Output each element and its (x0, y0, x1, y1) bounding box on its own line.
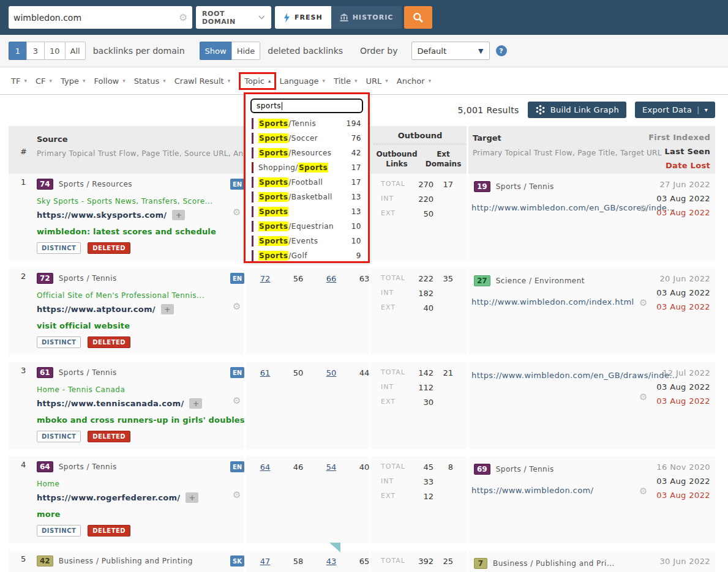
filter-anchor[interactable]: Anchor▾ (397, 76, 431, 86)
topic-count: 10 (351, 237, 361, 245)
last-seen-date: 03 Aug 2022 (656, 191, 710, 206)
source-page-title-link[interactable]: Official Site of Men's Professional Tenn… (37, 291, 205, 300)
row-dates: 16 Nov 2020 03 Aug 2022 03 Aug 2022 (656, 460, 710, 502)
filter-cf[interactable]: CF▾ (36, 76, 52, 86)
source-gear-icon[interactable]: ⚙ (233, 302, 241, 311)
flow-metrics: 47 58 43 65 (249, 557, 381, 566)
topic-count: 10 (351, 222, 361, 231)
source-url-link[interactable]: https://www.skysports.com/ (37, 210, 167, 220)
deleted-badge: DELETED (88, 525, 130, 537)
topic-option[interactable]: Sports/Football 17 (248, 175, 366, 190)
source-topic-line: 74 Sports / Resources (37, 179, 132, 190)
filter-follow[interactable]: Follow▾ (94, 76, 125, 86)
per-domain-10-button[interactable]: 10 (44, 42, 66, 60)
metric-domain-tf-link[interactable]: 43 (315, 557, 348, 566)
metric-tf-link[interactable]: 61 (249, 368, 282, 377)
topic-option[interactable]: Shopping/Sports 17 (248, 160, 366, 175)
expand-plus-button[interactable]: + (189, 398, 202, 409)
source-url-link[interactable]: https://www.rogerfederer.com/ (37, 493, 180, 502)
gear-icon[interactable]: ⚙ (179, 13, 187, 23)
anchor-text: visit official website (37, 321, 130, 330)
chevron-down-icon: ▾ (24, 78, 27, 84)
domain-search-input[interactable] (13, 13, 179, 23)
help-icon[interactable]: ? (496, 45, 507, 56)
fresh-index-button[interactable]: FRESH (275, 6, 331, 29)
filter-url[interactable]: URL▾ (366, 76, 388, 86)
target-url-link[interactable]: https://www.wimbledon.com/en_GB/draws/in… (471, 371, 678, 380)
scope-select[interactable]: ROOT DOMAIN (196, 6, 271, 29)
filter-type[interactable]: Type▾ (61, 76, 85, 86)
metric-cf: 56 (282, 274, 315, 283)
topic-accent-bar (252, 133, 253, 144)
per-domain-all-button[interactable]: All (65, 42, 86, 60)
metric-tf-link[interactable]: 47 (249, 557, 282, 566)
topic-option[interactable]: Sports/Resources 42 (248, 146, 366, 160)
export-data-button[interactable]: Export Data | ▾ (635, 102, 715, 118)
backlinks-per-domain-group: 1 3 10 All (9, 42, 86, 60)
language-badge: SK (230, 555, 244, 566)
per-domain-1-button[interactable]: 1 (9, 42, 27, 60)
distinct-badge: DISTINCT (37, 242, 81, 254)
target-url-link[interactable]: https://www.wimbledon.com/ (471, 486, 593, 495)
expand-plus-button[interactable]: + (186, 492, 198, 503)
metric-domain-tf-link[interactable]: 54 (315, 462, 348, 472)
metric-tf-link[interactable]: 64 (249, 462, 282, 472)
historic-index-button[interactable]: HISTORIC (331, 6, 402, 29)
topic-search-input[interactable]: sports (250, 98, 363, 113)
source-gear-icon[interactable]: ⚙ (233, 396, 241, 406)
source-gear-icon[interactable]: ⚙ (233, 491, 241, 500)
topic-option[interactable]: Sports/Equestrian 10 (248, 219, 366, 234)
search-submit-button[interactable] (404, 6, 432, 29)
target-gear-icon[interactable]: ⚙ (639, 299, 647, 308)
topic-option[interactable]: Sports/Basketball 13 (248, 190, 366, 204)
show-deleted-button[interactable]: Show (200, 42, 232, 60)
source-url-link[interactable]: https://www.tenniscanada.com/ (37, 399, 184, 408)
source-url-link[interactable]: https://www.atptour.com/ (37, 305, 156, 314)
source-page-title-link[interactable]: Sky Sports - Sports News, Transfers, Sco… (37, 197, 213, 206)
lightning-icon (283, 13, 290, 23)
target-gear-icon[interactable]: ⚙ (639, 487, 647, 496)
topic-option[interactable]: Sports/Events 10 (248, 234, 366, 248)
target-gear-icon[interactable]: ⚙ (639, 204, 647, 214)
outbound-links-cell: TOTAL 45 INT 33 EXT 12 (381, 462, 433, 507)
target-topic: Science / Environment (496, 277, 585, 285)
domain-search-box[interactable]: ⚙ (9, 6, 192, 29)
outbound-links-cell: TOTAL 222 INT 182 EXT 40 (381, 274, 433, 318)
date-lost-date: 03 Aug 2022 (656, 394, 710, 408)
expand-plus-button[interactable]: + (161, 304, 174, 314)
last-seen-date: 03 Aug 2022 (656, 380, 710, 394)
build-link-graph-button[interactable]: Build Link Graph (528, 102, 626, 118)
date-lost-date: 03 Aug 2022 (656, 300, 710, 314)
filter-status[interactable]: Status▾ (134, 76, 166, 86)
anchor-text: more (37, 510, 61, 519)
source-topic-line: 42 Business / Publishing and Printing (37, 555, 193, 566)
filter-language[interactable]: Language▾ (279, 76, 325, 86)
topic-count: 13 (351, 207, 361, 216)
chevron-up-icon: ▴ (268, 78, 271, 84)
outbound-links-cell: TOTAL 392 INT EXT (381, 557, 433, 571)
per-domain-3-button[interactable]: 3 (26, 42, 45, 60)
metric-domain-tf-link[interactable]: 50 (315, 368, 348, 377)
filter-tf[interactable]: TF▾ (11, 76, 27, 86)
topic-option[interactable]: Sports 13 (248, 204, 366, 219)
order-by-select[interactable]: Default ▼ (411, 42, 490, 60)
topic-option[interactable]: Sports/Golf 9 (248, 248, 366, 263)
topic-option[interactable]: Sports/Tennis 194 (248, 116, 366, 131)
filter-crawl-result[interactable]: Crawl Result▾ (174, 76, 230, 86)
filter-title[interactable]: Title▾ (334, 76, 357, 86)
target-url-link[interactable]: http://www.wimbledon.com/index.html (471, 297, 634, 306)
target-topic-line: 69 Sports / Tennis (474, 464, 554, 475)
metric-domain-tf-link[interactable]: 66 (315, 274, 348, 283)
topic-option[interactable]: Sports/Soccer 76 (248, 131, 366, 146)
source-gear-icon[interactable]: ⚙ (233, 208, 241, 217)
distinct-badge: DISTINCT (37, 525, 81, 537)
chevron-down-icon: ▾ (355, 78, 358, 84)
source-page-title-link[interactable]: Home - Tennis Canada (37, 385, 125, 394)
metric-tf-link[interactable]: 72 (249, 274, 282, 283)
filter-topic[interactable]: Topic▴ (239, 72, 276, 90)
hide-deleted-button[interactable]: Hide (231, 42, 261, 60)
target-gear-icon[interactable]: ⚙ (639, 393, 647, 402)
expand-plus-button[interactable]: + (172, 210, 185, 220)
source-page-title-link[interactable]: Home (37, 480, 59, 488)
source-topic: Sports / Tennis (59, 368, 117, 377)
